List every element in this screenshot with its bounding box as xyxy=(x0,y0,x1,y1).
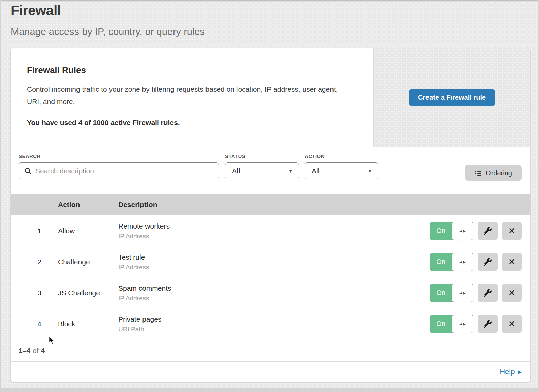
rule-description: Remote workers xyxy=(118,222,170,230)
action-filter-group: ACTION All ▼ xyxy=(305,153,378,179)
search-icon xyxy=(25,168,31,174)
arrow-right-icon: ▶ xyxy=(518,368,522,375)
pagination-bar: 1–4 of 4 xyxy=(11,339,530,361)
wrench-icon xyxy=(484,320,492,328)
delete-rule-button[interactable]: ✕ xyxy=(502,284,522,302)
action-selected-value: All xyxy=(312,167,319,175)
filters-bar: SEARCH STATUS All ▼ ACTION All xyxy=(11,147,530,194)
column-header-action: Action xyxy=(58,201,80,209)
rule-priority: 3 xyxy=(36,277,43,308)
pagination-of-label: of xyxy=(33,346,39,355)
rule-description-cell: Private pages URI Path xyxy=(118,315,161,333)
toggle-knob[interactable]: ◂▸ xyxy=(452,315,473,333)
toggle-knob[interactable]: ◂▸ xyxy=(452,253,473,271)
toggle-state-label: On xyxy=(430,284,452,302)
chevron-down-icon: ▼ xyxy=(288,169,293,174)
rule-match-type: URI Path xyxy=(118,325,161,333)
edit-rule-button[interactable] xyxy=(478,222,498,240)
pagination-total: 4 xyxy=(41,346,45,355)
action-select[interactable]: All ▼ xyxy=(305,162,378,179)
search-label: SEARCH xyxy=(19,153,219,159)
rule-priority: 1 xyxy=(36,215,43,246)
action-label: ACTION xyxy=(305,153,378,159)
ordered-list-icon xyxy=(475,170,482,177)
rule-controls: On ◂▸ ✕ xyxy=(430,253,522,271)
rule-description: Private pages xyxy=(118,315,161,323)
status-select[interactable]: All ▼ xyxy=(225,162,299,179)
delete-rule-button[interactable]: ✕ xyxy=(502,315,522,333)
rules-heading: Firewall Rules xyxy=(27,65,353,76)
rule-match-type: IP Address xyxy=(118,232,170,240)
ordering-button-label: Ordering xyxy=(486,169,512,177)
rule-action: Block xyxy=(58,308,75,339)
edit-rule-button[interactable] xyxy=(478,315,498,333)
card-footer: Help ▶ xyxy=(11,361,530,382)
close-icon: ✕ xyxy=(508,227,515,235)
rules-card-header: Firewall Rules Control incoming traffic … xyxy=(11,48,530,147)
pagination-range: 1–4 xyxy=(19,346,30,355)
status-selected-value: All xyxy=(232,167,240,175)
rule-description: Test rule xyxy=(118,253,149,261)
delete-rule-button[interactable]: ✕ xyxy=(502,253,522,271)
rule-controls: On ◂▸ ✕ xyxy=(430,315,522,333)
window-top-edge xyxy=(0,0,539,2)
rules-table-body: 1 Allow Remote workers IP Address On ◂▸ xyxy=(11,215,530,339)
table-row: 4 Block Private pages URI Path On ◂▸ xyxy=(11,308,530,339)
toggle-state-label: On xyxy=(430,315,452,333)
rule-match-type: IP Address xyxy=(118,294,171,302)
toggle-drag-arrows-icon: ◂▸ xyxy=(458,259,467,265)
column-header-description: Description xyxy=(118,201,157,209)
ordering-button[interactable]: Ordering xyxy=(465,165,522,181)
status-label: STATUS xyxy=(225,153,299,159)
rule-action: Allow xyxy=(58,215,75,246)
help-link[interactable]: Help ▶ xyxy=(500,367,522,376)
rule-enabled-toggle[interactable]: On ◂▸ xyxy=(430,222,473,240)
create-rule-panel: Create a Firewall rule xyxy=(373,48,530,147)
table-row: 1 Allow Remote workers IP Address On ◂▸ xyxy=(11,215,530,246)
window-bottom-edge xyxy=(0,388,539,392)
help-link-label: Help xyxy=(500,367,515,376)
table-row: 3 JS Challenge Spam comments IP Address … xyxy=(11,277,530,308)
table-header: Action Description xyxy=(11,194,530,215)
rule-action: Challenge xyxy=(58,246,90,277)
rule-enabled-toggle[interactable]: On ◂▸ xyxy=(430,284,473,302)
edit-rule-button[interactable] xyxy=(478,284,498,302)
table-row: 2 Challenge Test rule IP Address On ◂▸ xyxy=(11,246,530,277)
close-icon: ✕ xyxy=(508,258,515,266)
toggle-knob[interactable]: ◂▸ xyxy=(452,222,473,240)
page-subtitle: Manage access by IP, country, or query r… xyxy=(11,26,205,37)
wrench-icon xyxy=(484,227,492,235)
rule-match-type: IP Address xyxy=(118,263,149,271)
close-icon: ✕ xyxy=(508,320,515,328)
page-title: Firewall xyxy=(11,3,61,19)
wrench-icon xyxy=(484,289,492,297)
rule-priority: 2 xyxy=(36,246,43,277)
toggle-drag-arrows-icon: ◂▸ xyxy=(458,228,467,234)
rule-controls: On ◂▸ ✕ xyxy=(430,284,522,302)
chevron-down-icon: ▼ xyxy=(368,169,372,174)
toggle-state-label: On xyxy=(430,253,452,271)
edit-rule-button[interactable] xyxy=(478,253,498,271)
toggle-knob[interactable]: ◂▸ xyxy=(452,284,473,302)
toggle-drag-arrows-icon: ◂▸ xyxy=(458,321,467,327)
rules-usage-note: You have used 4 of 1000 active Firewall … xyxy=(27,119,353,127)
rule-action: JS Challenge xyxy=(58,277,100,308)
wrench-icon xyxy=(484,258,492,266)
search-field[interactable] xyxy=(19,162,219,179)
close-icon: ✕ xyxy=(508,289,515,297)
rules-card-info: Firewall Rules Control incoming traffic … xyxy=(11,48,373,147)
rule-description-cell: Spam comments IP Address xyxy=(118,284,171,302)
toggle-drag-arrows-icon: ◂▸ xyxy=(458,290,467,296)
delete-rule-button[interactable]: ✕ xyxy=(502,222,522,240)
rules-description: Control incoming traffic to your zone by… xyxy=(27,83,347,108)
toggle-state-label: On xyxy=(430,222,452,240)
status-filter-group: STATUS All ▼ xyxy=(225,153,299,179)
create-firewall-rule-button[interactable]: Create a Firewall rule xyxy=(409,89,495,106)
rule-description-cell: Test rule IP Address xyxy=(118,253,149,271)
window-left-edge xyxy=(0,0,1,392)
search-filter-group: SEARCH xyxy=(19,153,219,179)
rule-controls: On ◂▸ ✕ xyxy=(430,222,522,240)
rule-enabled-toggle[interactable]: On ◂▸ xyxy=(430,253,473,271)
rule-enabled-toggle[interactable]: On ◂▸ xyxy=(430,315,473,333)
search-input[interactable] xyxy=(35,167,214,175)
